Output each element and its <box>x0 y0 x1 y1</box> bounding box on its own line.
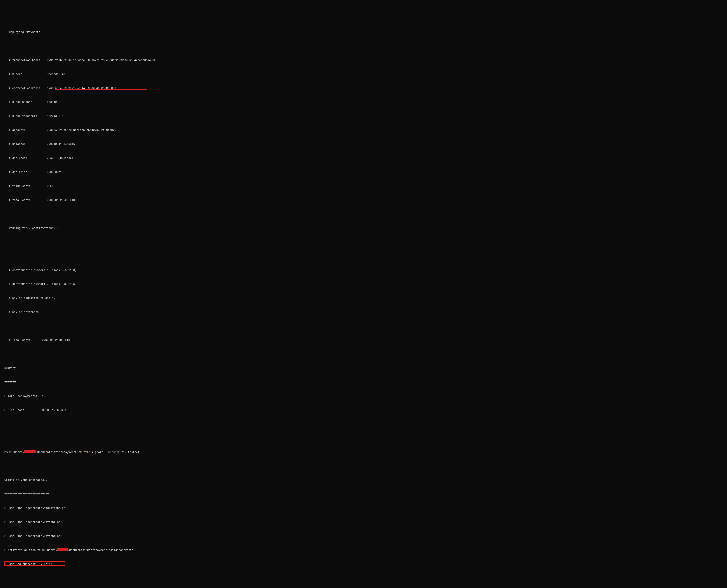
label: > block number: <box>9 101 34 104</box>
prompt-path: \Documents\AMicropayment> <box>36 451 78 454</box>
value: 0x3C5A83f9ca6789DceFdb53e6A4073332f80ed0… <box>47 129 116 132</box>
command-migrate: migrate <box>92 451 105 454</box>
value: 0x9d9fedb9296dc21c06eec6803d577d8233e533… <box>47 59 156 62</box>
dash-line: ------------------------------ <box>2 254 725 259</box>
compile-line: > Compiling .\contracts\Migrations.sol <box>2 506 725 510</box>
artifacts-written: > Artifacts written to C:\Users\\Documen… <box>2 548 725 552</box>
value: 204267 (0x31deb) <box>47 156 73 160</box>
value: 0.00001225602 ETH <box>42 339 70 342</box>
value: Seconds: 48 <box>47 73 65 76</box>
compiling-underline: =========================== <box>2 492 725 497</box>
prompt-prefix: PS C:\Users\ <box>4 451 24 454</box>
dash-line-2: ------------------------------------- <box>2 324 725 329</box>
deploy-block-number: > block number: 5531192 <box>2 100 725 105</box>
prompt-line[interactable]: PS C:\Users\\Documents\AMicropayment> tr… <box>2 450 725 455</box>
label: > transaction hash: <box>9 59 40 62</box>
deploy-blocks-seconds: > Blocks: 3 Seconds: 48 <box>2 72 725 77</box>
migration-total-cost: > Total cost: 0.00001225602 ETH <box>2 338 725 342</box>
deploy-gas-price: > gas price: 0.06 gwei <box>2 170 725 174</box>
deploy-header-underline: ------------------- <box>2 44 725 49</box>
confirmation-1: > confirmation number: 1 (block: 5531193… <box>2 268 725 273</box>
summary-final-cost: > Final cost: 0.00001225602 ETH <box>2 408 725 413</box>
deploy-contract-address: > contract address: 0x6b3aCEc9696Ce7177e… <box>2 86 725 91</box>
label: > Blocks: 3 <box>9 73 27 76</box>
redacted-username <box>24 450 36 453</box>
confirmation-2: > confirmation number: 3 (block: 5531195… <box>2 282 725 287</box>
saving-migration: > Saving migration to chain. <box>2 296 725 300</box>
compile-line: > Compiling .\contracts\Payment.sol <box>2 534 725 539</box>
value: 0x6b3aCEc9696Ce7177e8449599Ad9400C5DBE8C… <box>47 87 116 90</box>
terminal-output[interactable]: Deploying 'Payment' ------------------- … <box>2 21 725 571</box>
label: > contract address: <box>9 87 40 90</box>
label: > gas price: <box>9 171 29 174</box>
deploy-total-cost: > total cost: 0.00001225602 ETH <box>2 198 725 203</box>
redacted-username <box>57 548 68 551</box>
deploy-value-sent: > value sent: 0 ETH <box>2 184 725 189</box>
pausing-confirmations: Pausing for 2 confirmations... <box>2 226 725 231</box>
label: > Total cost: <box>9 339 30 342</box>
compiling-header: Compiling your contracts... <box>2 478 725 483</box>
value: 0.00001225602 ETH <box>47 198 75 202</box>
label: > gas used: <box>9 156 27 160</box>
deploy-block-timestamp: > block timestamp: 1726132875 <box>2 114 725 119</box>
value: 5531192 <box>47 101 59 104</box>
summary-header: Summary <box>2 366 725 371</box>
value: 1726132875 <box>47 114 63 118</box>
label: > value sent: <box>9 185 30 188</box>
label: > total cost: <box>9 198 30 202</box>
summary-deployments: > Total deployments: 1 <box>2 394 725 399</box>
command-arg: rsk_testnet <box>120 451 140 454</box>
command-flag: --network <box>105 451 120 454</box>
value: 0.06 gwei <box>47 171 62 174</box>
deploy-account: > account: 0x3C5A83f9ca6789DceFdb53e6A40… <box>2 128 725 132</box>
label: > account: <box>9 129 25 132</box>
label: > balance: <box>9 143 25 146</box>
value: 0.001094103465816 <box>47 143 75 146</box>
deploy-balance: > balance: 0.001094103465816 <box>2 142 725 147</box>
deploy-gas-used: > gas used: 204267 (0x31deb) <box>2 156 725 161</box>
saving-artifacts: > Saving artifacts <box>2 310 725 315</box>
value: 0 ETH <box>47 185 55 188</box>
compile-line: > Compiling .\contracts\Payment.sol <box>2 520 725 525</box>
command-truffle: truffle <box>79 451 92 454</box>
label: > block timestamp: <box>9 114 39 118</box>
deploy-tx-hash: > transaction hash: 0x9d9fedb9296dc21c06… <box>2 58 725 63</box>
deploy-header: Deploying 'Payment' <box>2 30 725 35</box>
compiled-successfully: > Compiled successfully using: <box>2 562 725 567</box>
summary-underline: ======= <box>2 380 725 385</box>
